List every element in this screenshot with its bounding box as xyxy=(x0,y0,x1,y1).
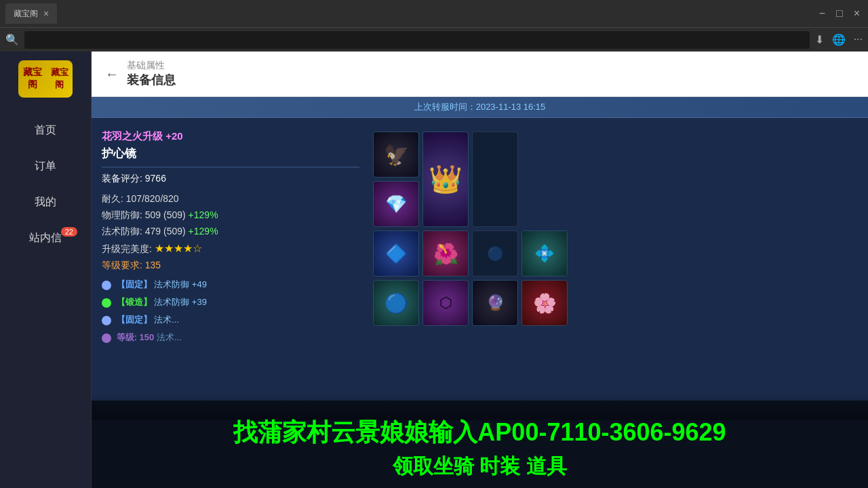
gem-slot-5: 🔵 xyxy=(373,280,419,326)
upgrade-stars: ★★★★☆ xyxy=(155,243,202,254)
magic-def-label: 法术防御: xyxy=(102,226,142,237)
title-prefix: 基础属性 xyxy=(127,60,176,72)
skill-desc-3: 法术... xyxy=(154,314,179,325)
mine-label: 我的 xyxy=(35,196,56,207)
level-req-line: 等级要求: 135 xyxy=(102,260,359,272)
upgrade-line: 升级完美度: ★★★★☆ xyxy=(102,242,359,256)
watermark-line1: 找蒲家村云景娘娘输入AP00-7110-3606-9629 xyxy=(98,414,861,451)
transfer-time-text: 上次转服时间：2023-11-13 16:15 xyxy=(414,102,546,112)
download-icon[interactable]: ⬇ xyxy=(815,33,824,46)
item-name: 护心镜 xyxy=(102,146,359,167)
messages-label: 站内信 xyxy=(29,232,62,243)
gem-slot-empty2: 🔵 xyxy=(472,230,518,277)
header-titles: 基础属性 装备信息 xyxy=(127,60,176,88)
logo: 藏宝阁 xyxy=(18,60,73,98)
skill-line-2: 【锻造】 法术防御 +39 xyxy=(102,295,359,310)
skill-icon-3 xyxy=(102,316,111,325)
skill-icon-1 xyxy=(102,281,111,290)
level-req-value: 135 xyxy=(145,260,161,270)
phys-def-line: 物理防御: 509 (509) +129% xyxy=(102,209,359,222)
browser-tab[interactable]: 藏宝阁 × xyxy=(5,3,57,24)
sidebar: 藏宝阁 首页 订单 我的 站内信 22 xyxy=(0,52,92,488)
gem-slot-1: 🦅 xyxy=(373,131,419,178)
equipment-info: 花羽之火升级 +20 护心镜 装备评分: 9766 耐久: 107/820/82… xyxy=(102,125,359,348)
upgrade-label: 升级完美度: xyxy=(102,243,152,254)
skill-type-2: 【锻造】 xyxy=(117,297,152,307)
magic-def-bonus: (509) xyxy=(163,226,186,237)
skill-icon-4 xyxy=(102,333,111,343)
address-input[interactable] xyxy=(24,31,810,49)
close-btn[interactable]: × xyxy=(851,5,863,22)
gem-slot-main2: 🌺 xyxy=(422,230,469,277)
back-button[interactable]: ← xyxy=(105,66,119,82)
phys-def-label: 物理防御: xyxy=(102,209,142,220)
gem-slot-7: 🔮 xyxy=(472,280,518,326)
skill-desc-1: 法术防御 +49 xyxy=(154,279,207,289)
sidebar-item-home[interactable]: 首页 xyxy=(0,113,91,148)
score-line: 装备评分: 9766 xyxy=(102,173,359,185)
durability-line: 耐久: 107/820/820 xyxy=(102,193,359,205)
gem-slot-2: 💎 xyxy=(373,181,419,227)
magic-def-pct: +129% xyxy=(189,226,218,237)
gem-slot-6: ⬡ xyxy=(422,280,469,326)
gem-grid-area: 🦅 👑 💎 🔷 xyxy=(373,125,858,348)
skill-line-3: 【固定】 法术... xyxy=(102,312,359,327)
durability-label: 耐久: xyxy=(102,193,123,204)
skill-desc-4: 法术... xyxy=(157,332,182,342)
skill-desc-2: 法术防御 +39 xyxy=(154,297,207,307)
transfer-time-bar: 上次转服时间：2023-11-13 16:15 xyxy=(92,97,868,118)
tab-title: 藏宝阁 xyxy=(14,8,38,20)
watermark-line2: 领取坐骑 时装 道具 xyxy=(98,451,861,481)
gem-slot-8: 🌸 xyxy=(521,280,568,326)
phys-def-pct: +129% xyxy=(189,209,218,220)
enchant-name: 花羽之火升级 +20 xyxy=(102,125,359,146)
equipment-panel: 上次转服时间：2023-11-13 16:15 花羽之火升级 +20 护心镜 装… xyxy=(92,97,868,488)
logo-area: 藏宝阁 xyxy=(15,58,76,99)
phys-def-base: 509 xyxy=(145,209,161,220)
orders-label: 订单 xyxy=(35,160,56,171)
gem-slot-3: 🔷 xyxy=(373,230,419,277)
score-value: 9766 xyxy=(145,173,166,184)
globe-icon[interactable]: 🌐 xyxy=(832,33,846,46)
home-label: 首页 xyxy=(35,124,56,136)
skill-line-4: 等级: 150 法术... xyxy=(102,330,359,345)
browser-chrome: 藏宝阁 × − □ × xyxy=(0,0,868,27)
page-header: ← 基础属性 装备信息 xyxy=(92,52,868,97)
skill-line-1: 【固定】 法术防御 +49 xyxy=(102,277,359,292)
browser-window-controls: − □ × xyxy=(816,5,863,22)
skill-icon-2 xyxy=(102,298,111,308)
skill-type-1: 【固定】 xyxy=(117,279,152,289)
skill-type-4: 等级: 150 xyxy=(117,332,155,342)
magic-def-line: 法术防御: 479 (509) +129% xyxy=(102,226,359,238)
maximize-btn[interactable]: □ xyxy=(833,5,846,22)
message-badge: 22 xyxy=(61,227,77,237)
minimize-btn[interactable]: − xyxy=(816,5,828,22)
content-area: ← 基础属性 装备信息 上次转服时间：2023-11-13 16:15 花羽之火… xyxy=(92,52,868,488)
sidebar-item-mine[interactable]: 我的 xyxy=(0,184,91,220)
tab-close-btn[interactable]: × xyxy=(43,8,49,19)
page-title: 装备信息 xyxy=(127,72,176,88)
sidebar-nav: 首页 订单 我的 站内信 22 xyxy=(0,113,91,256)
watermark: 找蒲家村云景娘娘输入AP00-7110-3606-9629 领取坐骑 时装 道具 xyxy=(92,401,868,488)
skill-type-3: 【固定】 xyxy=(117,314,152,325)
sidebar-item-messages[interactable]: 站内信 22 xyxy=(0,220,91,256)
score-label: 装备评分: xyxy=(102,173,142,184)
gem-slot-top-right xyxy=(472,131,518,227)
level-req-label: 等级要求: xyxy=(102,260,142,270)
gem-slot-main-center: 👑 xyxy=(422,131,469,227)
main-layout: 藏宝阁 首页 订单 我的 站内信 22 ← 基础属性 装备信息 xyxy=(0,52,868,488)
phys-def-bonus: (509) xyxy=(163,209,186,220)
search-icon: 🔍 xyxy=(5,33,19,46)
durability-value: 107/820/820 xyxy=(126,193,179,204)
sidebar-item-orders[interactable]: 订单 xyxy=(0,148,91,184)
gem-slot-4: 💠 xyxy=(521,230,568,277)
equipment-content: 花羽之火升级 +20 护心镜 装备评分: 9766 耐久: 107/820/82… xyxy=(92,118,868,354)
tab-bar: 藏宝阁 × xyxy=(5,3,811,24)
toolbar-icons: ⬇ 🌐 ··· xyxy=(815,33,863,46)
address-bar-row: 🔍 ⬇ 🌐 ··· xyxy=(0,27,868,52)
more-icon[interactable]: ··· xyxy=(854,33,863,46)
magic-def-base: 479 xyxy=(145,226,161,237)
